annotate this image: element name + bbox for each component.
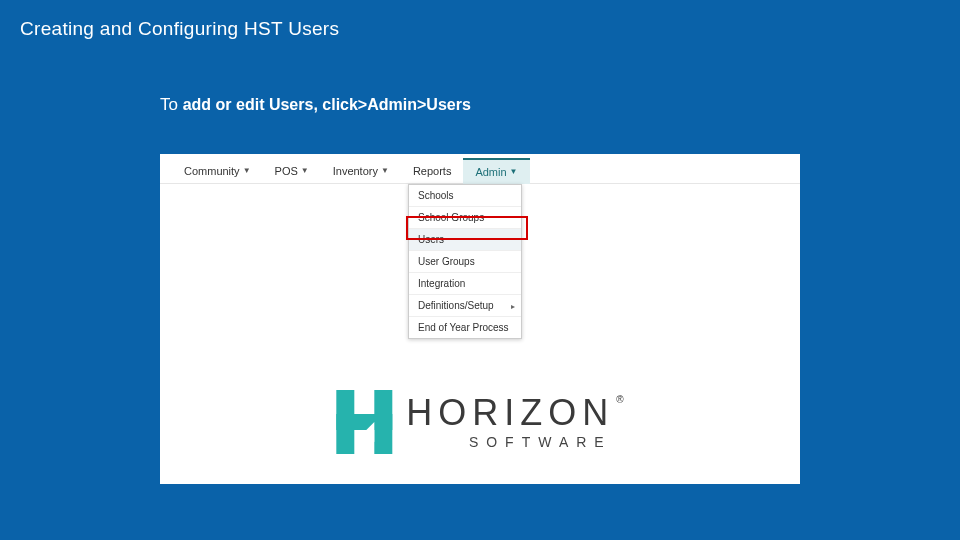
logo-main-text: HORIZON bbox=[406, 392, 614, 433]
dd-item-users[interactable]: Users bbox=[409, 229, 521, 251]
nav-inventory[interactable]: Inventory ▼ bbox=[321, 158, 401, 184]
dd-item-school-groups[interactable]: School Groups bbox=[409, 207, 521, 229]
caret-down-icon: ▼ bbox=[243, 158, 251, 184]
horizon-logo: HORIZON® SOFTWARE bbox=[336, 390, 623, 454]
nav-label: POS bbox=[275, 158, 298, 184]
logo-text-block: HORIZON® SOFTWARE bbox=[406, 395, 623, 449]
screenshot-panel: Community ▼ POS ▼ Inventory ▼ Reports Ad… bbox=[160, 154, 800, 484]
dd-item-user-groups[interactable]: User Groups bbox=[409, 251, 521, 273]
caret-down-icon: ▼ bbox=[381, 158, 389, 184]
logo-wordmark: HORIZON® bbox=[406, 395, 623, 431]
top-navbar: Community ▼ POS ▼ Inventory ▼ Reports Ad… bbox=[160, 158, 800, 184]
nav-label: Admin bbox=[475, 160, 506, 184]
caret-down-icon: ▼ bbox=[510, 160, 518, 184]
dd-label: School Groups bbox=[418, 212, 484, 223]
caret-down-icon: ▼ bbox=[301, 158, 309, 184]
slide-title: Creating and Configuring HST Users bbox=[20, 18, 339, 40]
nav-pos[interactable]: POS ▼ bbox=[263, 158, 321, 184]
dd-label: End of Year Process bbox=[418, 322, 509, 333]
dd-label: Schools bbox=[418, 190, 454, 201]
nav-label: Community bbox=[184, 158, 240, 184]
nav-community[interactable]: Community ▼ bbox=[172, 158, 263, 184]
instruction-text: To add or edit Users, click>Admin>Users bbox=[160, 95, 471, 115]
nav-label: Reports bbox=[413, 158, 452, 184]
nav-reports[interactable]: Reports bbox=[401, 158, 464, 184]
dd-item-schools[interactable]: Schools bbox=[409, 185, 521, 207]
logo-h-mark bbox=[336, 390, 392, 454]
nav-admin[interactable]: Admin ▼ bbox=[463, 158, 529, 184]
registered-icon: ® bbox=[616, 394, 623, 405]
nav-label: Inventory bbox=[333, 158, 378, 184]
dd-label: Integration bbox=[418, 278, 465, 289]
admin-dropdown: Schools School Groups Users User Groups … bbox=[408, 184, 522, 339]
dd-item-definitions-setup[interactable]: Definitions/Setup ▸ bbox=[409, 295, 521, 317]
caption-rest: add or edit Users, click>Admin>Users bbox=[183, 96, 471, 113]
dd-label: User Groups bbox=[418, 256, 475, 267]
dd-label: Definitions/Setup bbox=[418, 300, 494, 311]
caption-lead: To bbox=[160, 95, 183, 114]
dd-item-eoy-process[interactable]: End of Year Process bbox=[409, 317, 521, 338]
dd-item-integration[interactable]: Integration bbox=[409, 273, 521, 295]
submenu-arrow-icon: ▸ bbox=[511, 301, 515, 310]
logo-subtext: SOFTWARE bbox=[406, 435, 611, 449]
dd-label: Users bbox=[418, 234, 444, 245]
